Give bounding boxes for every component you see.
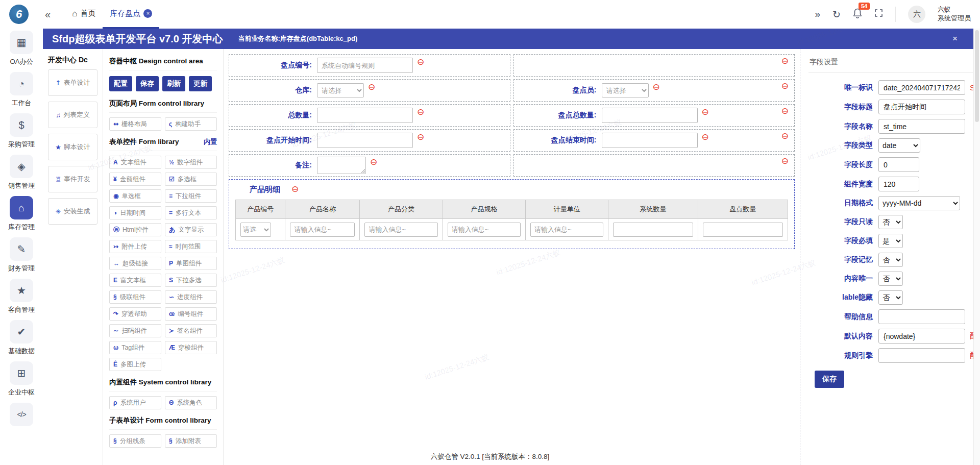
component-single-image[interactable]: P单图组件	[165, 257, 217, 270]
cell-check-total-qty[interactable]: 盘点总数量: ⊖	[513, 104, 795, 127]
component-richtext[interactable]: E富文本框	[109, 274, 161, 287]
tab-close-icon[interactable]: ×	[143, 9, 152, 18]
check-qty-input[interactable]	[703, 223, 783, 237]
component-system-role[interactable]: Θ系统角色	[165, 396, 217, 409]
unit-input[interactable]	[530, 223, 603, 237]
cell-inventory-no[interactable]: 盘点编号: ⊖	[229, 54, 510, 77]
remove-row-icon[interactable]: ⊖	[781, 82, 789, 90]
remove-field-icon[interactable]: ⊖	[417, 108, 424, 116]
product-spec-input[interactable]	[448, 223, 521, 237]
component-transfer[interactable]: Æ穿梭组件	[165, 341, 217, 354]
system-qty-input[interactable]	[613, 223, 693, 237]
remove-field-icon[interactable]: ⊖	[702, 133, 709, 141]
component-system-user[interactable]: ρ系统用户	[109, 396, 161, 409]
cell-remark[interactable]: 备注: ⊖	[229, 154, 510, 177]
build-helper-item[interactable]: ς 构建助手	[165, 117, 217, 131]
component-add-subtable[interactable]: §添加附表	[165, 434, 217, 448]
component-cascade[interactable]: §级联组件	[109, 290, 161, 304]
component-width-input[interactable]	[878, 177, 919, 191]
field-title-input[interactable]	[878, 100, 965, 114]
component-number[interactable]: ½数字组件	[165, 156, 217, 169]
remove-row-icon[interactable]: ⊖	[781, 107, 789, 115]
sidebar-item-basedata[interactable]: ✔ 基础数据	[8, 320, 35, 356]
notifications-button[interactable]: 54	[853, 8, 862, 20]
sidebar-item-code[interactable]: </>	[10, 403, 33, 426]
component-tag[interactable]: ωTag组件	[109, 341, 161, 354]
sidebar-item-purchase[interactable]: $ 采购管理	[8, 113, 35, 149]
component-serial[interactable]: œ编号组件	[165, 307, 217, 321]
help-info-input[interactable]	[878, 309, 965, 324]
remove-row-icon[interactable]: ⊖	[781, 57, 789, 65]
page-scrollbar[interactable]	[973, 29, 980, 465]
total-qty-input[interactable]	[317, 108, 413, 123]
cell-warehouse[interactable]: 仓库: 请选择 ⊖	[229, 79, 510, 102]
user-meta[interactable]: 六蚁 系统管理员	[938, 6, 971, 23]
remove-field-icon[interactable]: ⊖	[702, 108, 709, 116]
component-time-range[interactable]: ≈时间范围	[165, 240, 217, 253]
sidebar-item-enterprise[interactable]: ⊞ 企业中枢	[8, 361, 35, 397]
end-time-input[interactable]	[602, 133, 698, 148]
update-button[interactable]: 更新	[189, 76, 212, 91]
memory-select[interactable]: 否	[878, 253, 903, 267]
save-button[interactable]: 保存	[136, 76, 159, 91]
scrollbar-thumb[interactable]	[975, 30, 979, 122]
sidebar-item-customer[interactable]: ★ 客商管理	[8, 279, 35, 314]
component-hyperlink[interactable]: ↔超级链接	[109, 257, 161, 270]
product-name-input[interactable]	[290, 223, 355, 237]
dev-item-script-design[interactable]: ★ 脚本设计	[48, 134, 97, 160]
grid-layout-item[interactable]: ↭ 栅格布局	[109, 117, 161, 131]
rule-engine-input[interactable]	[878, 348, 965, 363]
component-multi-select[interactable]: S下拉多选	[165, 274, 217, 287]
component-datetime[interactable]: ◑日期时间	[109, 206, 161, 219]
readonly-select[interactable]: 否	[878, 215, 903, 229]
component-text-display[interactable]: あ文字显示	[165, 223, 217, 236]
component-checkbox[interactable]: ☑多选框	[165, 173, 217, 186]
checker-select[interactable]: 请选择	[602, 83, 649, 97]
dev-item-list-define[interactable]: ♫ 列表定义	[48, 102, 97, 128]
app-logo-icon[interactable]: 6	[9, 5, 29, 24]
designer-close-icon[interactable]: ×	[952, 34, 958, 44]
sidebar-item-sales[interactable]: ◈ 销售管理	[8, 155, 35, 190]
fullscreen-icon[interactable]	[874, 9, 883, 20]
remove-field-icon[interactable]: ⊖	[370, 158, 377, 166]
remove-detail-icon[interactable]: ⊖	[291, 185, 299, 193]
remove-field-icon[interactable]: ⊖	[417, 58, 424, 66]
remove-field-icon[interactable]: ⊖	[368, 83, 375, 91]
sidebar-item-inventory[interactable]: ⌂ 库存管理	[8, 196, 35, 232]
product-category-input[interactable]	[364, 223, 437, 237]
component-amount[interactable]: ¥金额组件	[109, 173, 161, 186]
component-scan[interactable]: ∼扫码组件	[109, 324, 161, 337]
component-progress[interactable]: ∽进度组件	[165, 290, 217, 304]
tab-inventory-check[interactable]: 库存盘点 ×	[103, 0, 159, 29]
date-format-select[interactable]: yyyy-MM-dd	[878, 196, 960, 210]
label-hidden-select[interactable]: 否	[878, 290, 903, 305]
remark-textarea[interactable]	[317, 157, 366, 174]
remove-row-icon[interactable]: ⊖	[781, 132, 789, 140]
cell-empty[interactable]	[513, 154, 795, 177]
component-html[interactable]: ⓔHtml控件	[109, 223, 161, 236]
refresh-button[interactable]: 刷新	[162, 76, 185, 91]
cell-total-qty[interactable]: 总数量: ⊖	[229, 104, 510, 127]
collapse-sidebar-icon[interactable]: «	[45, 9, 51, 20]
inventory-no-input[interactable]	[317, 58, 413, 73]
config-button[interactable]: 配置	[109, 76, 132, 91]
remove-field-icon[interactable]: ⊖	[653, 83, 660, 91]
sidebar-item-oa[interactable]: ▦ OA办公	[10, 31, 33, 66]
cell-end-time[interactable]: 盘点结束时间: ⊖	[513, 129, 795, 152]
warehouse-select[interactable]: 请选择	[317, 83, 364, 97]
product-no-select[interactable]: 请选	[240, 223, 271, 237]
field-save-button[interactable]: 保存	[815, 371, 844, 388]
cell-checker[interactable]: 盘点员: 请选择 ⊖	[513, 79, 795, 102]
dev-item-event-dev[interactable]: ♖ 事件开发	[48, 166, 97, 192]
remove-field-icon[interactable]: ⊖	[417, 133, 424, 141]
dev-item-install-gen[interactable]: ✳ 安装生成	[48, 198, 97, 225]
component-group-line[interactable]: §分组线条	[109, 434, 161, 448]
expand-icon[interactable]: »	[815, 9, 821, 20]
component-radio[interactable]: ◉单选框	[109, 189, 161, 203]
field-name-input[interactable]	[878, 119, 965, 134]
avatar[interactable]: 六	[908, 6, 925, 23]
field-length-input[interactable]	[878, 157, 919, 172]
start-time-input[interactable]	[317, 133, 413, 148]
component-drill-help[interactable]: ↷穿透帮助	[109, 307, 161, 321]
component-attachment[interactable]: ↣附件上传	[109, 240, 161, 253]
